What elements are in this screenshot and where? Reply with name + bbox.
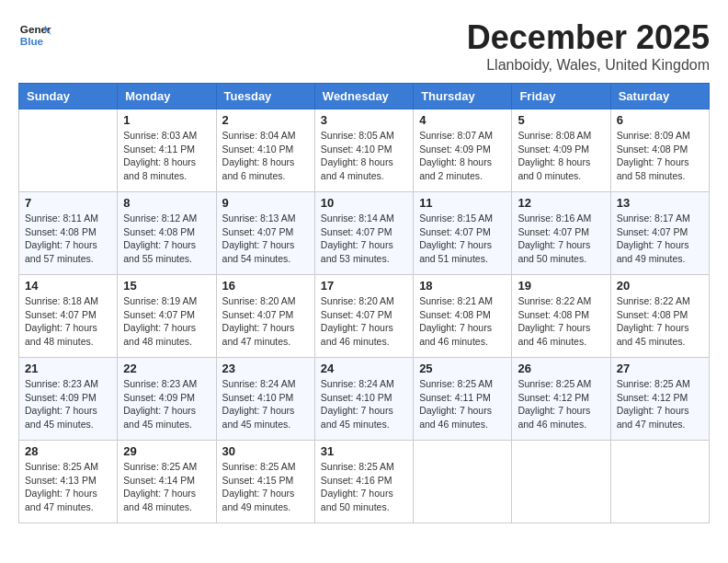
calendar-cell: 1Sunrise: 8:03 AMSunset: 4:11 PMDaylight… [118, 109, 216, 192]
calendar-cell: 29Sunrise: 8:25 AMSunset: 4:14 PMDayligh… [118, 441, 216, 523]
day-header-wednesday: Wednesday [314, 84, 413, 109]
cell-info: Sunrise: 8:20 AMSunset: 4:07 PMDaylight:… [222, 294, 309, 349]
cell-date: 17 [321, 279, 407, 293]
cell-info: Sunrise: 8:07 AMSunset: 4:09 PMDaylight:… [419, 129, 506, 183]
calendar-cell: 7Sunrise: 8:11 AMSunset: 4:08 PMDaylight… [19, 192, 118, 275]
cell-info: Sunrise: 8:13 AMSunset: 4:07 PMDaylight:… [222, 212, 309, 266]
cell-date: 25 [419, 362, 506, 375]
cell-info: Sunrise: 8:08 AMSunset: 4:09 PMDaylight:… [518, 129, 604, 183]
cell-info: Sunrise: 8:23 AMSunset: 4:09 PMDaylight:… [25, 377, 111, 431]
cell-info: Sunrise: 8:24 AMSunset: 4:10 PMDaylight:… [222, 377, 309, 431]
cell-date: 18 [419, 279, 506, 293]
cell-date: 24 [321, 362, 407, 375]
day-header-tuesday: Tuesday [216, 84, 314, 109]
cell-info: Sunrise: 8:25 AMSunset: 4:12 PMDaylight:… [518, 377, 604, 431]
calendar-cell [19, 109, 118, 192]
calendar-cell: 11Sunrise: 8:15 AMSunset: 4:07 PMDayligh… [414, 192, 512, 275]
cell-info: Sunrise: 8:16 AMSunset: 4:07 PMDaylight:… [518, 212, 604, 266]
location: Llanboidy, Wales, United Kingdom [467, 57, 710, 74]
calendar-cell: 8Sunrise: 8:12 AMSunset: 4:08 PMDaylight… [118, 192, 216, 275]
cell-info: Sunrise: 8:18 AMSunset: 4:07 PMDaylight:… [25, 294, 111, 349]
day-header-sunday: Sunday [19, 84, 118, 109]
cell-date: 15 [123, 279, 210, 293]
cell-date: 22 [123, 362, 210, 375]
calendar-table: SundayMondayTuesdayWednesdayThursdayFrid… [18, 83, 710, 523]
cell-date: 31 [321, 444, 407, 458]
cell-date: 16 [222, 279, 309, 293]
cell-info: Sunrise: 8:03 AMSunset: 4:11 PMDaylight:… [123, 129, 210, 183]
title-block: December 2025 Llanboidy, Wales, United K… [467, 18, 710, 74]
calendar-cell: 13Sunrise: 8:17 AMSunset: 4:07 PMDayligh… [610, 192, 709, 275]
calendar-cell [512, 441, 610, 523]
calendar-cell [610, 441, 709, 523]
cell-date: 29 [123, 444, 210, 458]
calendar-cell: 10Sunrise: 8:14 AMSunset: 4:07 PMDayligh… [314, 192, 413, 275]
calendar-week-1: 1Sunrise: 8:03 AMSunset: 4:11 PMDaylight… [19, 109, 710, 192]
cell-info: Sunrise: 8:14 AMSunset: 4:07 PMDaylight:… [321, 212, 407, 266]
cell-info: Sunrise: 8:25 AMSunset: 4:16 PMDaylight:… [321, 460, 407, 514]
calendar-cell: 24Sunrise: 8:24 AMSunset: 4:10 PMDayligh… [314, 358, 413, 441]
cell-info: Sunrise: 8:17 AMSunset: 4:07 PMDaylight:… [617, 212, 703, 266]
cell-date: 14 [25, 279, 111, 293]
calendar-cell: 5Sunrise: 8:08 AMSunset: 4:09 PMDaylight… [512, 109, 610, 192]
cell-date: 30 [222, 444, 309, 458]
day-header-monday: Monday [118, 84, 216, 109]
calendar-cell: 22Sunrise: 8:23 AMSunset: 4:09 PMDayligh… [118, 358, 216, 441]
cell-info: Sunrise: 8:23 AMSunset: 4:09 PMDaylight:… [123, 377, 210, 431]
calendar-cell: 18Sunrise: 8:21 AMSunset: 4:08 PMDayligh… [414, 275, 512, 358]
page-header: General Blue December 2025 Llanboidy, Wa… [18, 18, 710, 74]
calendar-cell: 4Sunrise: 8:07 AMSunset: 4:09 PMDaylight… [414, 109, 512, 192]
calendar-cell: 17Sunrise: 8:20 AMSunset: 4:07 PMDayligh… [314, 275, 413, 358]
cell-date: 9 [222, 196, 309, 210]
cell-date: 21 [25, 362, 111, 375]
calendar-cell: 12Sunrise: 8:16 AMSunset: 4:07 PMDayligh… [512, 192, 610, 275]
cell-date: 10 [321, 196, 407, 210]
calendar-cell [414, 441, 512, 523]
calendar-week-5: 28Sunrise: 8:25 AMSunset: 4:13 PMDayligh… [19, 441, 710, 523]
calendar-cell: 15Sunrise: 8:19 AMSunset: 4:07 PMDayligh… [118, 275, 216, 358]
calendar-cell: 16Sunrise: 8:20 AMSunset: 4:07 PMDayligh… [216, 275, 314, 358]
cell-info: Sunrise: 8:25 AMSunset: 4:13 PMDaylight:… [25, 460, 111, 514]
cell-info: Sunrise: 8:05 AMSunset: 4:10 PMDaylight:… [321, 129, 407, 183]
cell-date: 3 [321, 113, 407, 127]
day-header-friday: Friday [512, 84, 610, 109]
cell-info: Sunrise: 8:20 AMSunset: 4:07 PMDaylight:… [321, 294, 407, 349]
cell-info: Sunrise: 8:04 AMSunset: 4:10 PMDaylight:… [222, 129, 309, 183]
cell-info: Sunrise: 8:12 AMSunset: 4:08 PMDaylight:… [123, 212, 210, 266]
cell-date: 7 [25, 196, 111, 210]
cell-info: Sunrise: 8:19 AMSunset: 4:07 PMDaylight:… [123, 294, 210, 349]
cell-date: 5 [518, 113, 604, 127]
cell-date: 20 [617, 279, 703, 293]
logo: General Blue [18, 18, 51, 52]
cell-date: 4 [419, 113, 506, 127]
cell-info: Sunrise: 8:25 AMSunset: 4:14 PMDaylight:… [123, 460, 210, 514]
cell-info: Sunrise: 8:22 AMSunset: 4:08 PMDaylight:… [617, 294, 703, 349]
svg-text:Blue: Blue [20, 35, 44, 47]
cell-info: Sunrise: 8:22 AMSunset: 4:08 PMDaylight:… [518, 294, 604, 349]
cell-date: 27 [617, 362, 703, 375]
calendar-cell: 2Sunrise: 8:04 AMSunset: 4:10 PMDaylight… [216, 109, 314, 192]
cell-date: 19 [518, 279, 604, 293]
cell-date: 26 [518, 362, 604, 375]
calendar-week-3: 14Sunrise: 8:18 AMSunset: 4:07 PMDayligh… [19, 275, 710, 358]
cell-date: 2 [222, 113, 309, 127]
calendar-cell: 3Sunrise: 8:05 AMSunset: 4:10 PMDaylight… [314, 109, 413, 192]
calendar-cell: 28Sunrise: 8:25 AMSunset: 4:13 PMDayligh… [19, 441, 118, 523]
cell-date: 23 [222, 362, 309, 375]
calendar-week-2: 7Sunrise: 8:11 AMSunset: 4:08 PMDaylight… [19, 192, 710, 275]
calendar-cell: 9Sunrise: 8:13 AMSunset: 4:07 PMDaylight… [216, 192, 314, 275]
calendar-header-row: SundayMondayTuesdayWednesdayThursdayFrid… [19, 84, 710, 109]
cell-info: Sunrise: 8:25 AMSunset: 4:15 PMDaylight:… [222, 460, 309, 514]
cell-date: 13 [617, 196, 703, 210]
cell-date: 11 [419, 196, 506, 210]
cell-info: Sunrise: 8:24 AMSunset: 4:10 PMDaylight:… [321, 377, 407, 431]
cell-info: Sunrise: 8:11 AMSunset: 4:08 PMDaylight:… [25, 212, 111, 266]
calendar-cell: 25Sunrise: 8:25 AMSunset: 4:11 PMDayligh… [414, 358, 512, 441]
cell-info: Sunrise: 8:25 AMSunset: 4:11 PMDaylight:… [419, 377, 506, 431]
cell-date: 1 [123, 113, 210, 127]
cell-date: 6 [617, 113, 703, 127]
day-header-thursday: Thursday [414, 84, 512, 109]
cell-info: Sunrise: 8:15 AMSunset: 4:07 PMDaylight:… [419, 212, 506, 266]
cell-info: Sunrise: 8:21 AMSunset: 4:08 PMDaylight:… [419, 294, 506, 349]
calendar-cell: 21Sunrise: 8:23 AMSunset: 4:09 PMDayligh… [19, 358, 118, 441]
